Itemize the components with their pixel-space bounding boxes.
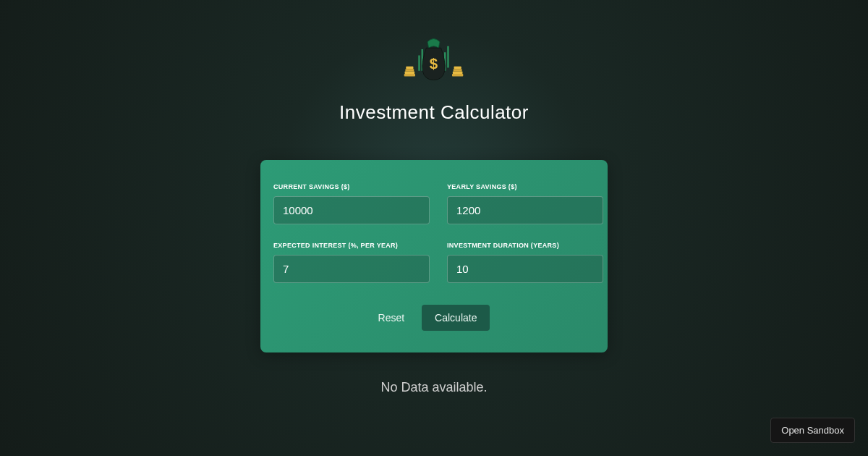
header: $ Investment Calculator (339, 36, 529, 124)
yearly-savings-label: YEARLY SAVINGS ($) (447, 183, 603, 190)
svg-rect-1 (405, 72, 415, 74)
svg-rect-5 (453, 72, 463, 74)
yearly-savings-input[interactable] (447, 196, 603, 224)
button-row: Reset Calculate (273, 305, 595, 331)
reset-button[interactable]: Reset (378, 312, 405, 324)
investment-duration-label: INVESTMENT DURATION (YEARS) (447, 242, 603, 249)
current-savings-group: CURRENT SAVINGS ($) (273, 183, 430, 224)
current-savings-label: CURRENT SAVINGS ($) (273, 183, 430, 190)
svg-text:$: $ (430, 56, 438, 72)
no-data-message: No Data available. (380, 380, 487, 395)
svg-rect-7 (454, 67, 461, 69)
investment-duration-group: INVESTMENT DURATION (YEARS) (447, 242, 603, 283)
svg-rect-0 (404, 74, 415, 76)
svg-rect-4 (452, 74, 463, 76)
yearly-savings-group: YEARLY SAVINGS ($) (447, 183, 603, 224)
expected-interest-group: EXPECTED INTEREST (%, PER YEAR) (273, 242, 430, 283)
expected-interest-label: EXPECTED INTEREST (%, PER YEAR) (273, 242, 430, 249)
svg-rect-6 (454, 69, 462, 71)
svg-rect-8 (419, 56, 421, 71)
svg-rect-2 (406, 69, 414, 71)
calculate-button[interactable]: Calculate (422, 305, 490, 331)
page-title: Investment Calculator (339, 101, 529, 124)
current-savings-input[interactable] (273, 196, 430, 224)
investment-duration-input[interactable] (447, 255, 603, 283)
calculator-form: CURRENT SAVINGS ($) YEARLY SAVINGS ($) E… (260, 160, 608, 352)
expected-interest-input[interactable] (273, 255, 430, 283)
svg-rect-11 (448, 46, 450, 68)
open-sandbox-button[interactable]: Open Sandbox (770, 418, 855, 443)
money-bag-icon: $ (403, 36, 464, 87)
svg-rect-3 (407, 67, 414, 69)
